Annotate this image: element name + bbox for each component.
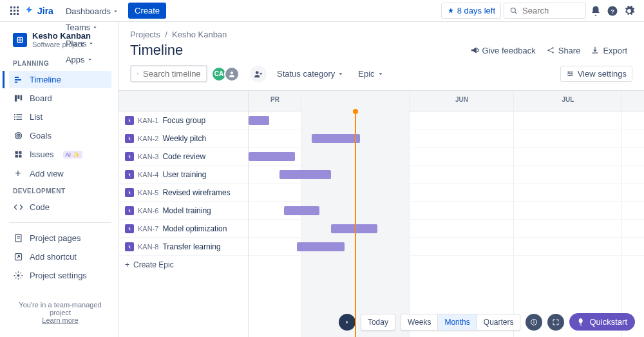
- range-weeks[interactable]: Weeks: [401, 314, 438, 330]
- project-sidebar: Kesho Kanban Software project PLANNING T…: [3, 22, 118, 337]
- epic-key: KAN-1: [138, 117, 158, 124]
- breadcrumb: Projects / Kesho Kanban: [118, 22, 644, 39]
- svg-rect-4: [14, 10, 15, 12]
- share-button[interactable]: Share: [541, 43, 586, 58]
- epic-bar[interactable]: [279, 170, 331, 179]
- breadcrumb-projects[interactable]: Projects: [130, 30, 160, 39]
- sidebar-item-add-view[interactable]: +Add view: [9, 164, 111, 182]
- svg-rect-34: [19, 151, 21, 154]
- sidebar-item-list[interactable]: List: [9, 108, 111, 126]
- svg-line-45: [549, 48, 552, 50]
- settings-icon[interactable]: [622, 4, 636, 18]
- svg-rect-2: [17, 6, 19, 8]
- help-icon[interactable]: ?: [605, 4, 620, 18]
- svg-point-49: [231, 72, 233, 74]
- epic-key: KAN-5: [138, 189, 158, 197]
- timeline-search-input[interactable]: [143, 69, 201, 79]
- global-search-input[interactable]: [522, 6, 580, 15]
- scroll-left-button[interactable]: [339, 314, 355, 331]
- sidebar-learn-more[interactable]: Learn more: [42, 316, 78, 324]
- give-feedback-button[interactable]: Give feedback: [465, 43, 541, 58]
- board-icon: [13, 93, 23, 103]
- add-people-button[interactable]: [250, 66, 267, 82]
- section-planning: PLANNING: [9, 56, 111, 70]
- section-development: DEVELOPMENT: [9, 184, 111, 197]
- global-search[interactable]: [504, 3, 586, 19]
- code-icon: [13, 202, 23, 212]
- breadcrumb-project[interactable]: Kesho Kanban: [172, 30, 227, 39]
- svg-rect-17: [21, 40, 23, 42]
- epic-summary: Model training: [162, 206, 211, 215]
- sidebar-item-add-shortcut[interactable]: Add shortcut: [9, 248, 111, 265]
- epic-icon: [125, 224, 134, 233]
- epic-key: KAN-3: [138, 153, 158, 160]
- nav-dashboards[interactable]: Dashboards: [61, 3, 123, 19]
- svg-rect-0: [10, 6, 12, 8]
- sidebar-item-issues[interactable]: IssuesAI ✨: [9, 146, 111, 163]
- epic-row[interactable]: KAN-6Model training: [118, 202, 248, 220]
- trial-days-left[interactable]: 8 days left: [441, 3, 501, 19]
- sidebar-item-timeline[interactable]: Timeline: [9, 71, 111, 88]
- sidebar-item-code[interactable]: Code: [9, 198, 111, 216]
- svg-line-48: [138, 74, 139, 75]
- legend-button[interactable]: [526, 314, 542, 331]
- sidebar-item-label: Board: [30, 93, 52, 103]
- status-category-filter[interactable]: Status category: [273, 66, 348, 81]
- jira-logo[interactable]: Jira: [24, 6, 53, 16]
- epic-bar[interactable]: [331, 224, 377, 233]
- epic-bar[interactable]: [249, 152, 295, 161]
- epic-row[interactable]: KAN-4User training: [118, 166, 248, 184]
- epic-row[interactable]: KAN-2Weekly pitch: [118, 130, 248, 148]
- range-months[interactable]: Months: [438, 314, 477, 330]
- notifications-icon[interactable]: [589, 4, 603, 18]
- epic-bar[interactable]: [249, 116, 269, 125]
- svg-point-41: [17, 274, 19, 277]
- timeline-search[interactable]: [130, 65, 207, 82]
- svg-rect-6: [10, 13, 12, 15]
- view-settings-button[interactable]: View settings: [560, 66, 632, 82]
- epic-row[interactable]: KAN-7Model optimization: [118, 220, 248, 238]
- epic-summary: Model optimization: [162, 224, 227, 233]
- epic-row[interactable]: KAN-3Code review: [118, 148, 248, 166]
- sidebar-item-goals[interactable]: Goals: [9, 127, 111, 144]
- sidebar-item-board[interactable]: Board: [9, 90, 111, 107]
- add-shortcut-icon: [13, 252, 23, 262]
- epic-filter[interactable]: Epic: [354, 66, 387, 81]
- epic-key: KAN-4: [138, 171, 158, 178]
- epic-summary: Code review: [162, 152, 205, 161]
- svg-rect-33: [15, 151, 17, 154]
- epic-key: KAN-8: [138, 243, 158, 251]
- timeline-grid: KAN-1Focus groupKAN-2Weekly pitchKAN-3Co…: [118, 90, 644, 337]
- app-switcher-icon[interactable]: [8, 4, 22, 18]
- sidebar-item-label: List: [30, 112, 43, 122]
- svg-rect-23: [20, 95, 22, 101]
- range-quarters[interactable]: Quarters: [477, 314, 520, 330]
- svg-rect-3: [10, 10, 12, 12]
- sidebar-item-project-settings[interactable]: Project settings: [9, 267, 111, 284]
- project-pages-icon: [13, 233, 23, 243]
- export-button[interactable]: Export: [585, 43, 632, 58]
- epic-bar[interactable]: [284, 206, 319, 215]
- issues-icon: [13, 149, 23, 159]
- svg-point-9: [511, 8, 515, 12]
- global-nav: Jira Your work Projects Filters Dashboar…: [0, 0, 644, 22]
- today-button[interactable]: Today: [361, 314, 395, 330]
- epic-bar[interactable]: [297, 242, 345, 251]
- quickstart-button[interactable]: Quickstart: [569, 313, 635, 331]
- create-epic-button[interactable]: +Create Epic: [118, 256, 248, 274]
- assignee-avatars[interactable]: CA: [214, 66, 240, 82]
- epic-bar[interactable]: [312, 134, 360, 143]
- svg-point-50: [256, 71, 259, 74]
- epic-row[interactable]: KAN-5Revised wireframes: [118, 184, 248, 202]
- epic-row[interactable]: KAN-8Transfer learning: [118, 238, 248, 256]
- create-button[interactable]: Create: [128, 3, 166, 19]
- fullscreen-button[interactable]: [547, 314, 564, 331]
- project-header[interactable]: Kesho Kanban Software project: [9, 31, 111, 48]
- svg-text:?: ?: [611, 7, 614, 14]
- epic-row[interactable]: KAN-1Focus group: [118, 111, 248, 130]
- svg-rect-20: [14, 82, 17, 83]
- sidebar-item-project-pages[interactable]: Project pages: [9, 229, 111, 247]
- svg-point-57: [571, 73, 572, 74]
- avatar-unassigned[interactable]: [224, 66, 240, 82]
- sidebar-item-label: Timeline: [30, 75, 61, 84]
